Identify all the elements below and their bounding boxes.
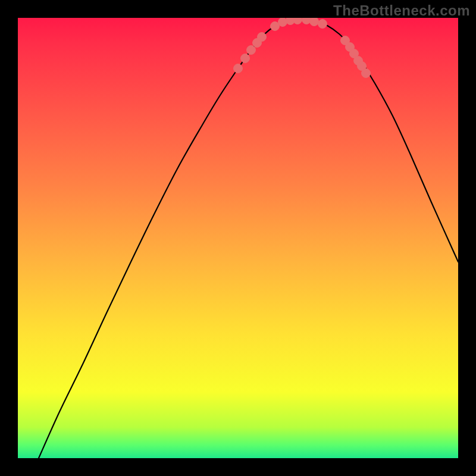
highlight-dot xyxy=(247,46,256,55)
highlight-dot xyxy=(293,18,302,24)
highlight-dot xyxy=(258,33,267,42)
highlight-dot xyxy=(318,20,327,29)
highlight-dot xyxy=(241,54,250,63)
plot-area xyxy=(18,18,458,458)
highlight-dot xyxy=(362,69,371,78)
highlight-dots xyxy=(234,18,371,78)
highlight-dot xyxy=(234,64,243,73)
watermark-text: TheBottleneck.com xyxy=(333,2,470,19)
curve-svg xyxy=(18,18,458,458)
bottleneck-curve-line xyxy=(39,19,458,458)
highlight-dot xyxy=(310,18,319,26)
chart-frame: TheBottleneck.com xyxy=(0,0,476,476)
